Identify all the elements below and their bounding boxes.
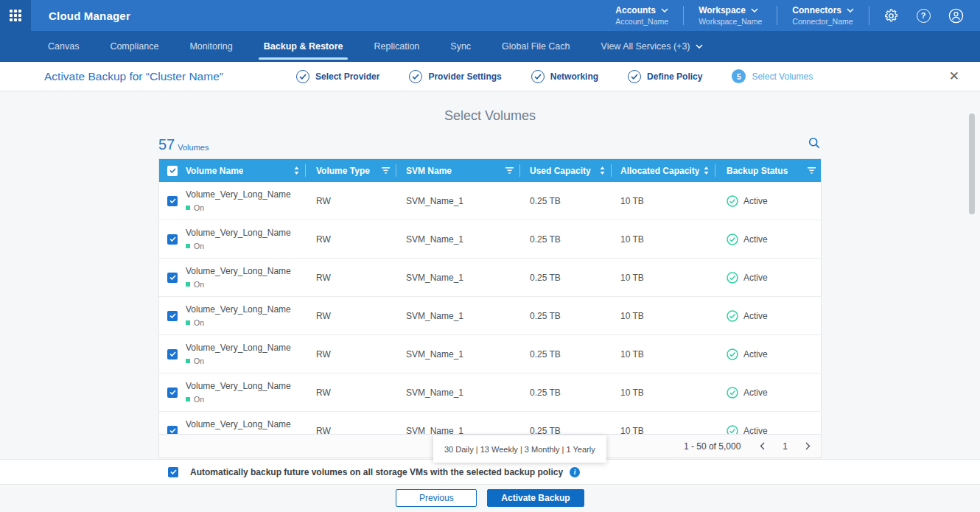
wizard-step[interactable]: Select Provider	[296, 70, 379, 83]
connectors-dropdown[interactable]: Connectors Connector_Name	[777, 5, 869, 26]
chevron-left-icon[interactable]	[760, 442, 765, 450]
column-header[interactable]: SVM Name	[396, 159, 520, 182]
volume-type: RW	[306, 234, 396, 245]
sort-icon[interactable]	[600, 166, 605, 175]
account-name: Account_Name	[615, 17, 668, 26]
on-indicator-icon	[186, 397, 190, 401]
select-all-checkbox[interactable]	[167, 166, 178, 176]
vertical-scrollbar[interactable]	[969, 113, 975, 214]
filter-icon[interactable]	[505, 167, 514, 174]
backup-status: Active	[727, 310, 768, 322]
row-checkbox[interactable]	[167, 349, 178, 360]
row-checkbox[interactable]	[167, 387, 178, 398]
column-header[interactable]: Backup Status	[715, 159, 822, 182]
allocated-capacity: 10 TB	[612, 349, 715, 360]
allocated-capacity: 10 TB	[612, 387, 715, 398]
sort-icon[interactable]	[704, 166, 709, 175]
used-capacity: 0.25 TB	[520, 349, 612, 360]
service-nav-bar: Canvas Compliance Monitoring Backup & Re…	[0, 31, 980, 62]
policy-tooltip: 30 Daily | 13 Weekly | 3 Monthly | 1 Yea…	[433, 435, 606, 463]
settings-button[interactable]	[880, 4, 902, 27]
help-button[interactable]: ?	[912, 4, 934, 27]
wizard-step[interactable]: Provider Settings	[409, 70, 501, 83]
volume-type: RW	[306, 349, 396, 360]
backup-status: Active	[727, 387, 768, 399]
search-button[interactable]	[807, 136, 822, 153]
backup-status: Active	[727, 195, 768, 207]
sort-icon[interactable]	[294, 166, 299, 175]
nav-tab[interactable]: Monitoring	[174, 31, 248, 62]
row-checkbox[interactable]	[167, 196, 178, 206]
svm-name: SVM_Name_1	[396, 349, 520, 360]
activate-backup-button[interactable]: Activate Backup	[487, 489, 584, 507]
filter-icon[interactable]	[382, 167, 390, 174]
chevron-right-icon[interactable]	[805, 442, 811, 450]
page-title: Select Volumes	[0, 91, 980, 124]
backup-status: Active	[727, 272, 768, 284]
step-status-icon	[296, 70, 309, 83]
table-row: Volume_Very_Long_Name On RW SVM_Name_1 0…	[159, 374, 821, 412]
row-checkbox[interactable]	[167, 311, 178, 321]
step-status-icon	[628, 70, 641, 83]
search-icon	[808, 137, 820, 149]
step-status-icon	[531, 70, 545, 83]
column-headers: Volume Name Volume Type SVM Name Used Ca…	[186, 159, 822, 182]
column-header[interactable]: Used Capacity	[520, 159, 612, 182]
volume-state: On	[186, 203, 204, 212]
volume-type: RW	[306, 311, 396, 321]
column-header[interactable]: Allocated Capacity	[612, 159, 715, 182]
table-rows: Volume_Very_Long_Name On RW SVM_Name_1 0…	[159, 182, 821, 435]
status-active-icon	[727, 310, 738, 322]
table-header-row: Volume Name Volume Type SVM Name Used Ca…	[159, 159, 821, 182]
row-checkbox[interactable]	[167, 234, 178, 245]
used-capacity: 0.25 TB	[520, 311, 612, 321]
volume-name: Volume_Very_Long_Name	[186, 228, 291, 238]
table-row: Volume_Very_Long_Name On RW SVM_Name_1 0…	[159, 182, 821, 220]
user-button[interactable]	[945, 4, 967, 27]
status-active-icon	[727, 234, 738, 245]
filter-icon[interactable]	[808, 167, 816, 174]
workspace-dropdown[interactable]: Workspace Workspace_Name	[684, 5, 777, 26]
chevron-down-icon	[661, 8, 668, 13]
nav-tab[interactable]: Global File Cach	[486, 31, 585, 62]
main-content: Select Volumes 57 Volumes Volume Name Vo…	[0, 91, 980, 512]
table-row: Volume_Very_Long_Name On RW SVM_Name_1 0…	[159, 335, 821, 374]
allocated-capacity: 10 TB	[612, 234, 715, 245]
nav-tab[interactable]: Canvas	[32, 31, 94, 62]
accounts-dropdown[interactable]: Accounts Account_Name	[601, 5, 683, 26]
nav-tab[interactable]: Replication	[358, 31, 435, 62]
info-icon[interactable]: i	[570, 467, 580, 477]
column-header[interactable]: Volume Name	[186, 159, 306, 182]
row-checkbox[interactable]	[167, 273, 178, 283]
wizard-steps: Select Provider Provider Settings Networ…	[296, 69, 813, 83]
previous-button[interactable]: Previous	[396, 489, 477, 507]
used-capacity: 0.25 TB	[520, 234, 612, 245]
column-header[interactable]: Volume Type	[306, 159, 396, 182]
table-row: Volume_Very_Long_Name On RW SVM_Name_1 0…	[159, 297, 821, 335]
chevron-down-icon	[696, 44, 703, 49]
volume-name: Volume_Very_Long_Name	[186, 343, 291, 353]
on-indicator-icon	[186, 359, 190, 363]
table-row: Volume_Very_Long_Name On RW SVM_Name_1 0…	[159, 259, 821, 297]
volume-state: On	[186, 357, 204, 365]
nav-tab[interactable]: Sync	[435, 31, 486, 62]
nav-tab[interactable]: Backup & Restore	[248, 31, 359, 62]
allocated-capacity: 10 TB	[612, 196, 715, 206]
volume-state: On	[186, 242, 204, 250]
top-header-bar: Cloud Manager Accounts Account_Name Work…	[0, 0, 980, 31]
wizard-step[interactable]: 5 Select Volumes	[732, 69, 813, 83]
chevron-down-icon	[751, 8, 758, 13]
volumes-count: 57	[158, 136, 175, 153]
wizard-step[interactable]: Define Policy	[628, 70, 702, 83]
app-grid-icon	[10, 10, 21, 21]
status-active-icon	[727, 348, 738, 360]
volume-name: Volume_Very_Long_Name	[186, 381, 291, 391]
page-number[interactable]: 1	[783, 441, 788, 452]
nav-tab[interactable]: View All Services (+3)	[586, 31, 718, 62]
close-icon[interactable]: ✕	[945, 66, 964, 87]
wizard-step[interactable]: Networking	[531, 70, 598, 83]
user-icon	[948, 8, 964, 24]
nav-tab[interactable]: Compliance	[94, 31, 174, 62]
auto-backup-checkbox[interactable]	[168, 467, 178, 477]
app-grid-button[interactable]	[0, 0, 31, 31]
